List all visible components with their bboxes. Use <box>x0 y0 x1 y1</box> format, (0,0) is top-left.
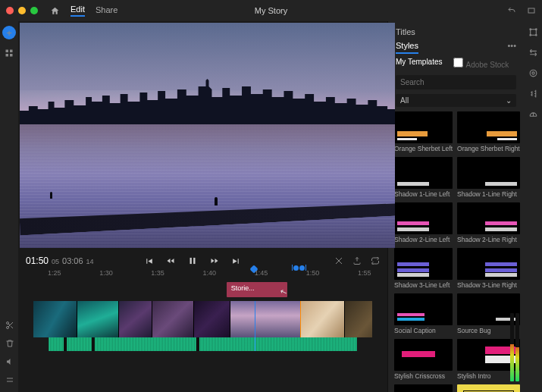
preset-search-input[interactable] <box>396 75 516 89</box>
add-media-button[interactable]: + <box>2 26 16 39</box>
svg-point-15 <box>7 327 9 329</box>
fast-forward-icon[interactable] <box>210 256 219 265</box>
title-track[interactable]: Storie... ↖ <box>33 280 372 299</box>
transform-icon[interactable] <box>528 27 538 37</box>
top-nav: Edit Share <box>50 5 117 17</box>
transport-bar: 01:50 05 03:06 14 <box>18 254 387 268</box>
clip-thumbnail <box>194 301 230 337</box>
maximize-window-button[interactable] <box>30 7 38 14</box>
timeline-clip[interactable] <box>301 301 345 337</box>
svg-point-8 <box>529 29 531 30</box>
preset-filter-dropdown[interactable]: All ⌄ <box>396 94 516 107</box>
timeline-clip[interactable] <box>230 301 301 337</box>
color-panel-icon[interactable] <box>528 68 538 78</box>
zoom-handle-group[interactable] <box>292 265 306 271</box>
timeline-clip[interactable] <box>152 301 194 337</box>
right-panel: Titles Styles ••• My Templates Adobe Sto… <box>387 21 524 392</box>
audio-track[interactable] <box>49 337 357 351</box>
preset-thumbnail <box>457 157 520 189</box>
timeline-clip[interactable] <box>33 301 77 337</box>
speed-panel-icon[interactable] <box>528 109 538 119</box>
preset-label: Shadow 1-Line Right <box>457 190 520 198</box>
loop-icon[interactable] <box>371 256 380 265</box>
title-preset[interactable]: Stylish Crisscross <box>394 339 453 380</box>
title-preset[interactable]: Orange Sherbet Right <box>457 111 520 152</box>
nav-edit[interactable]: Edit <box>70 5 85 17</box>
panel-options-icon[interactable]: ••• <box>507 41 516 50</box>
skip-forward-icon[interactable] <box>231 256 241 266</box>
audio-meter-left <box>510 313 514 381</box>
title-preset[interactable]: Shadow 3-Line Left <box>394 248 453 289</box>
clip-thumbnail <box>33 301 77 337</box>
rewind-icon[interactable] <box>166 256 175 265</box>
time-display: 01:50 05 03:06 14 <box>26 256 94 266</box>
timeline-clip[interactable] <box>77 301 119 337</box>
tab-titles[interactable]: Titles <box>396 27 415 36</box>
ruler-tick: 1:25 <box>48 269 61 277</box>
title-preset[interactable]: Sunrise <box>457 384 520 392</box>
home-icon[interactable] <box>50 6 60 16</box>
title-preset[interactable]: Stylish Outro <box>394 384 453 392</box>
audio-panel-icon[interactable] <box>528 89 538 99</box>
time-ruler[interactable]: 1:251:301:351:401:451:501:55 <box>18 268 387 278</box>
preset-label: Stylish Crisscross <box>394 372 453 380</box>
clip-thumbnail <box>230 301 300 337</box>
svg-rect-3 <box>6 54 9 57</box>
ruler-tick: 1:35 <box>151 269 164 277</box>
fullscreen-icon[interactable] <box>527 6 536 15</box>
preset-label: Shadow 3-Line Right <box>457 281 520 289</box>
clip-thumbnail <box>345 301 372 337</box>
subtab-my-templates[interactable]: My Templates <box>396 58 443 69</box>
preset-thumbnail <box>394 157 453 189</box>
clip-thumbnail <box>152 301 193 337</box>
undo-icon[interactable] <box>507 6 516 15</box>
svg-rect-2 <box>10 50 13 53</box>
volume-icon[interactable] <box>5 357 14 366</box>
skip-back-icon[interactable] <box>144 256 154 266</box>
preset-filter-label: All <box>400 96 409 105</box>
timeline-clip[interactable] <box>345 301 372 337</box>
tab-styles[interactable]: Styles <box>396 41 418 54</box>
top-right-tools <box>507 6 536 15</box>
adobe-stock-checkbox[interactable] <box>453 58 463 67</box>
title-preset[interactable]: Shadow 2-Line Right <box>457 202 520 243</box>
export-icon[interactable] <box>352 256 362 265</box>
title-preset[interactable]: Shadow 1-Line Right <box>457 157 520 198</box>
preset-label: Shadow 2-Line Right <box>457 236 520 243</box>
timeline-clip[interactable] <box>194 301 230 337</box>
clip-thumbnail <box>119 301 152 337</box>
close-window-button[interactable] <box>6 7 14 14</box>
subtab-adobe-stock[interactable]: Adobe Stock <box>453 58 509 69</box>
project-assets-icon[interactable] <box>5 49 14 58</box>
nav-share[interactable]: Share <box>96 5 117 16</box>
audio-meters <box>510 313 522 381</box>
title-preset[interactable]: Shadow 2-Line Left <box>394 202 453 243</box>
minimize-window-button[interactable] <box>18 7 26 14</box>
preset-label: Orange Sherbet Right <box>457 145 520 152</box>
preset-label: Orange Sherbet Left <box>394 145 453 152</box>
video-preview[interactable] <box>20 23 395 248</box>
title-preset[interactable]: Orange Sherbet Left <box>394 111 453 152</box>
svg-rect-4 <box>10 54 13 57</box>
graphics-panel-icon[interactable] <box>528 48 538 58</box>
preset-grid: Orange Sherbet LeftOrange Sherbet RightS… <box>388 108 524 392</box>
title-preset[interactable]: Shadow 3-Line Right <box>457 248 520 289</box>
ruler-tick: 1:45 <box>255 269 268 277</box>
svg-rect-6 <box>193 258 195 264</box>
crop-icon[interactable] <box>334 256 343 265</box>
timeline-tool-strip <box>1 321 19 384</box>
scissors-icon[interactable] <box>5 321 14 330</box>
title-preset[interactable]: Social Caption <box>394 293 453 334</box>
pause-icon[interactable] <box>187 256 198 266</box>
title-clip[interactable]: Storie... <box>227 282 287 297</box>
title-preset[interactable]: Shadow 1-Line Left <box>394 157 453 198</box>
svg-point-9 <box>535 29 537 30</box>
ruler-tick: 1:30 <box>99 269 113 277</box>
trash-icon[interactable] <box>5 339 14 348</box>
svg-point-14 <box>7 322 9 325</box>
track-options-icon[interactable] <box>5 375 14 384</box>
timeline-clip[interactable] <box>119 301 152 337</box>
video-track[interactable] <box>33 301 372 337</box>
timeline-wrapper <box>18 301 387 351</box>
right-tool-strip <box>524 21 542 392</box>
